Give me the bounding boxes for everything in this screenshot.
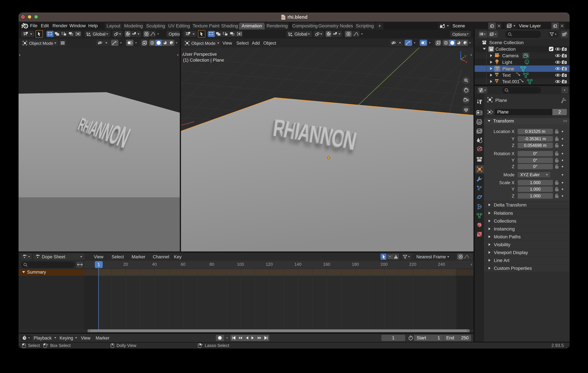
svg-text:y: y bbox=[464, 54, 466, 57]
svg-text:z: z bbox=[460, 51, 462, 54]
svg-text:x: x bbox=[465, 60, 467, 64]
